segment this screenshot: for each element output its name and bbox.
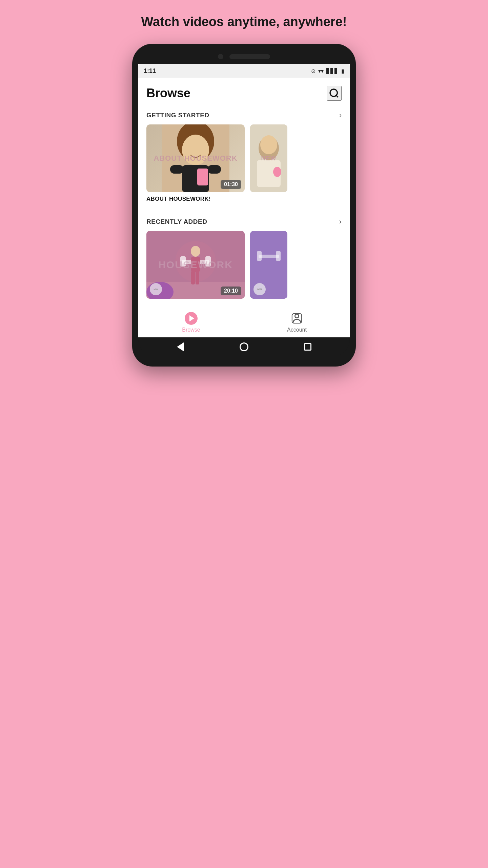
back-button[interactable] [176, 342, 185, 352]
nav-item-account[interactable]: Account [244, 307, 350, 337]
browse-nav-label: Browse [182, 327, 200, 333]
svg-point-13 [273, 167, 281, 177]
getting-started-title: GETTING STARTED [146, 112, 209, 119]
video-duration-recent1: 20:10 [221, 287, 241, 295]
svg-rect-28 [257, 251, 262, 261]
app-title: Browse [146, 86, 190, 100]
video-thumbnail-recent2: HW [250, 231, 287, 299]
home-button[interactable] [239, 342, 249, 352]
recent1-text-overlay: HOUSEWORK [158, 259, 233, 271]
status-icons: ⊙ ▾▾ ▋▋▋ ▮ [311, 68, 344, 74]
about-housework-overlay: ABOUT HOUSEWORK [154, 154, 237, 163]
browse-nav-icon [185, 312, 198, 325]
camera-dot [218, 54, 223, 59]
recently-added-title: RECENTLY ADDED [146, 218, 207, 225]
video-thumbnail-recent1: HOUSEWORK HW 20:10 [146, 231, 245, 299]
home-icon [240, 342, 248, 351]
new-overlay: NEW [261, 155, 277, 162]
back-icon [177, 342, 184, 351]
video-thumbnail-about-housework: ABOUT HOUSEWORK 01:30 [146, 124, 245, 192]
svg-point-30 [295, 314, 299, 318]
svg-rect-8 [197, 169, 208, 185]
page-tagline: Watch videos anytime, anywhere! [135, 14, 354, 30]
status-time: 1:11 [144, 67, 156, 75]
account-nav-label: Account [287, 327, 307, 333]
video-card-recent-2-partial[interactable]: HW [250, 231, 287, 299]
recently-added-section: RECENTLY ADDED › [138, 211, 350, 307]
search-icon [329, 88, 340, 99]
getting-started-arrow: › [339, 111, 342, 120]
getting-started-video-row: ABOUT HOUSEWORK 01:30 ABOUT HOUSEWORK! [138, 124, 350, 202]
person-icon [291, 313, 303, 324]
wifi-icon: ▾▾ [318, 68, 324, 74]
recently-added-arrow: › [339, 217, 342, 226]
phone-bottom-bar [138, 337, 350, 356]
svg-point-20 [191, 246, 200, 257]
phone-top-bar [138, 54, 350, 59]
svg-line-1 [336, 96, 338, 98]
app-header: Browse [138, 78, 350, 104]
svg-point-0 [330, 89, 337, 96]
recently-added-header[interactable]: RECENTLY ADDED › [138, 211, 350, 231]
battery-icon: ▮ [341, 68, 344, 74]
account-nav-icon [290, 312, 303, 325]
status-bar: 1:11 ⊙ ▾▾ ▋▋▋ ▮ [138, 64, 350, 78]
video-card-recent-1[interactable]: HOUSEWORK HW 20:10 [146, 231, 245, 299]
phone-shell: 1:11 ⊙ ▾▾ ▋▋▋ ▮ Browse GETTING STARTED [132, 44, 356, 367]
video-title-about: ABOUT HOUSEWORK! [146, 196, 245, 202]
recent-apps-icon [304, 343, 311, 351]
video-thumbnail-new: NEW [250, 124, 287, 192]
svg-rect-22 [191, 271, 195, 284]
getting-started-section: GETTING STARTED › [138, 104, 350, 211]
svg-point-11 [260, 135, 277, 154]
svg-rect-23 [196, 271, 199, 284]
getting-started-header[interactable]: GETTING STARTED › [138, 104, 350, 124]
svg-rect-29 [276, 251, 281, 261]
nav-item-browse[interactable]: Browse [138, 307, 244, 337]
svg-rect-7 [207, 165, 221, 174]
video-card-new-partial[interactable]: NEW [250, 124, 287, 202]
app-screen: 1:11 ⊙ ▾▾ ▋▋▋ ▮ Browse GETTING STARTED [138, 64, 350, 337]
recent-apps-button[interactable] [303, 342, 312, 352]
media-status-icon: ⊙ [311, 68, 316, 74]
svg-rect-6 [170, 165, 184, 174]
browse-play-icon [185, 312, 198, 325]
speaker-grille [229, 54, 270, 59]
signal-icon: ▋▋▋ [326, 68, 339, 74]
video-card-about-housework[interactable]: ABOUT HOUSEWORK 01:30 ABOUT HOUSEWORK! [146, 124, 245, 202]
recently-added-video-row: HOUSEWORK HW 20:10 [138, 231, 350, 299]
video-duration-about: 01:30 [221, 180, 241, 189]
bottom-nav: Browse Account [138, 307, 350, 337]
search-button[interactable] [327, 86, 342, 101]
